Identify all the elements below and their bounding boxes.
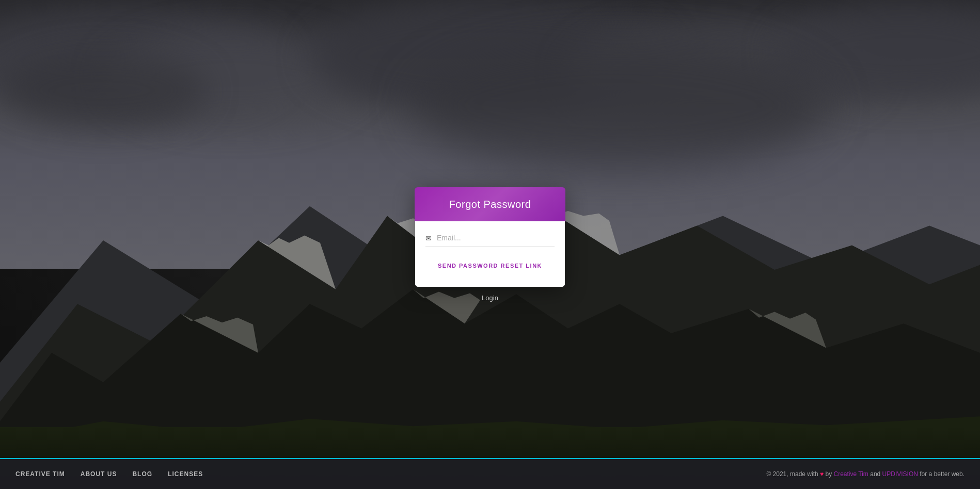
footer-link-licenses[interactable]: LICENSES: [168, 470, 203, 478]
copyright-text: © 2021, made with: [766, 470, 818, 478]
card-title: Forgot Password: [449, 199, 531, 210]
heart-icon: ♥: [820, 470, 824, 478]
footer-right: © 2021, made with ♥ by Creative Tim and …: [766, 470, 965, 478]
footer-link-blog[interactable]: BLOG: [132, 470, 152, 478]
footer-link-creative-tim[interactable]: CREATIVE TIM: [15, 470, 65, 478]
email-input-group: ✉: [425, 232, 555, 247]
login-link[interactable]: Login: [482, 294, 498, 302]
footer: CREATIVE TIM ABOUT US BLOG LICENSES © 20…: [0, 458, 980, 489]
card-wrapper: Forgot Password ✉ SEND PASSWORD RESET LI…: [415, 188, 565, 302]
footer-left: CREATIVE TIM ABOUT US BLOG LICENSES: [15, 470, 203, 478]
card-body: ✉ SEND PASSWORD RESET LINK: [415, 221, 565, 287]
by-text: by: [825, 470, 832, 478]
email-field[interactable]: [437, 232, 555, 244]
send-reset-link-button[interactable]: SEND PASSWORD RESET LINK: [425, 257, 555, 274]
and-text: and: [870, 470, 880, 478]
updivision-link[interactable]: UPDIVISION: [882, 470, 918, 478]
footer-link-about-us[interactable]: ABOUT US: [81, 470, 117, 478]
card-header: Forgot Password: [415, 187, 565, 222]
forgot-password-card: Forgot Password ✉ SEND PASSWORD RESET LI…: [415, 188, 565, 287]
email-icon: ✉: [425, 234, 432, 242]
page-center: Forgot Password ✉ SEND PASSWORD RESET LI…: [0, 0, 980, 489]
creative-tim-link[interactable]: Creative Tim: [834, 470, 868, 478]
suffix-text: for a better web.: [920, 470, 965, 478]
